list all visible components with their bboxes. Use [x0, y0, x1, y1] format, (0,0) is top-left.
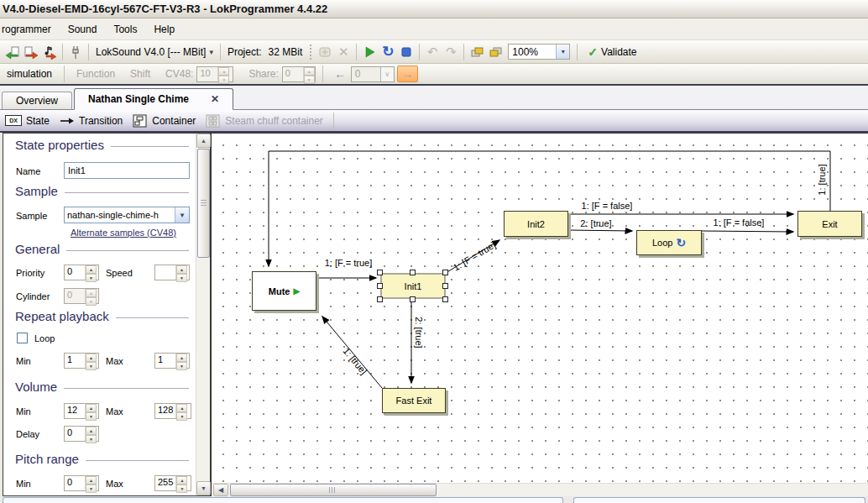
- canvas-horizontal-scrollbar[interactable]: ◀: [212, 483, 868, 496]
- project-size-value: 32 MBit: [265, 46, 306, 58]
- state-node-init1[interactable]: Init1: [380, 273, 446, 299]
- speed-stepper[interactable]: ▲▼: [154, 265, 190, 280]
- scrollbar-thumb[interactable]: [230, 484, 437, 496]
- edge-loop-exit[interactable]: [702, 231, 793, 232]
- repeat-min-stepper[interactable]: 1 ▲▼: [64, 353, 99, 369]
- delay-stepper[interactable]: 0 ▲▼: [64, 426, 99, 442]
- layers-back-icon[interactable]: [486, 43, 505, 61]
- add-container-button[interactable]: Container: [133, 114, 196, 128]
- state-node-fast-exit[interactable]: Fast Exit: [382, 388, 446, 413]
- state-node-loop[interactable]: Loop ↻: [636, 230, 702, 255]
- state-node-mute[interactable]: Mute ▶: [252, 271, 316, 311]
- step-up-icon[interactable]: ▲: [176, 265, 187, 274]
- tab-close-icon[interactable]: ✕: [211, 93, 219, 105]
- zoom-dropdown-icon[interactable]: ▾: [556, 45, 569, 59]
- stepper-arrows[interactable]: ▲▼: [175, 476, 187, 490]
- menu-programmer[interactable]: rogrammer: [0, 20, 60, 39]
- step-up-icon[interactable]: ▲: [176, 476, 187, 485]
- stepper-arrows[interactable]: ▲▼: [175, 354, 187, 368]
- step-up-icon[interactable]: ▲: [86, 354, 97, 362]
- step-up-icon[interactable]: ▲: [86, 404, 97, 412]
- selection-handle[interactable]: [410, 296, 416, 302]
- stepper-arrows[interactable]: ▲▼: [85, 354, 97, 368]
- add-transition-button[interactable]: Transition: [60, 115, 123, 127]
- selection-handle[interactable]: [377, 283, 383, 289]
- selection-handle[interactable]: [442, 283, 448, 289]
- step-up-icon[interactable]: ▲: [86, 265, 97, 274]
- repeat-max-stepper[interactable]: 1 ▲▼: [154, 353, 190, 369]
- selection-handle[interactable]: [377, 270, 383, 275]
- sample-combobox[interactable]: nathan-single-chime-h ▾: [64, 207, 190, 223]
- pitch-min-stepper[interactable]: 0 ▲▼: [64, 475, 99, 491]
- state-node-exit[interactable]: Exit: [797, 211, 862, 237]
- stop-icon[interactable]: [397, 43, 416, 61]
- zoom-combobox[interactable]: 100% ▾: [508, 44, 570, 60]
- layers-front-icon[interactable]: [468, 43, 486, 61]
- loop-playback-icon[interactable]: ↻: [379, 43, 397, 61]
- scroll-down-icon[interactable]: ▼: [196, 481, 211, 495]
- validate-button[interactable]: ✓ Validate: [581, 44, 643, 60]
- edge-exit-mute[interactable]: [269, 151, 830, 266]
- panel-vertical-scrollbar[interactable]: ▲ ▼: [196, 134, 210, 495]
- menu-sound[interactable]: Sound: [60, 20, 106, 39]
- stepper-arrows[interactable]: ▲▼: [85, 427, 97, 441]
- decoder-selector[interactable]: LokSound V4.0 [--- MBit]: [92, 46, 209, 58]
- selection-handle[interactable]: [377, 296, 383, 302]
- loop-checkbox[interactable]: [17, 333, 28, 343]
- tab-overview[interactable]: Overview: [2, 92, 72, 110]
- step-down-icon[interactable]: ▼: [86, 274, 97, 282]
- toolbar-separator: [419, 44, 420, 60]
- pitch-max-value: 255: [155, 476, 175, 490]
- scrollbar-thumb[interactable]: [197, 149, 210, 258]
- sample-dropdown-icon[interactable]: ▾: [175, 207, 189, 223]
- step-up-icon[interactable]: ▲: [176, 354, 187, 362]
- stepper-arrows[interactable]: ▲▼: [85, 476, 97, 490]
- step-down-icon[interactable]: ▼: [86, 412, 97, 421]
- volume-min-stepper[interactable]: 12 ▲▼: [64, 403, 99, 419]
- selection-handle[interactable]: [442, 296, 448, 302]
- edge-init2-loop[interactable]: [568, 230, 632, 231]
- node-label: Init1: [405, 281, 422, 291]
- nav-back-button[interactable]: ←: [330, 65, 351, 82]
- menu-help[interactable]: Help: [145, 20, 183, 39]
- step-down-icon[interactable]: ▼: [176, 485, 187, 493]
- stepper-arrows[interactable]: ▲▼: [175, 404, 187, 418]
- step-up-icon[interactable]: ▲: [176, 404, 187, 412]
- toolbar-separator: [577, 44, 578, 60]
- write-decoder-icon[interactable]: [22, 43, 40, 61]
- scroll-up-icon[interactable]: ▲: [196, 134, 211, 148]
- pitch-max-stepper[interactable]: 255 ▲▼: [154, 475, 191, 491]
- toolbar-separator: [333, 113, 334, 129]
- stepper-arrows[interactable]: ▲▼: [175, 265, 187, 280]
- step-down-icon[interactable]: ▼: [176, 412, 187, 421]
- stepper-arrows[interactable]: ▲▼: [85, 404, 97, 418]
- name-field[interactable]: [64, 162, 190, 179]
- cv48-stepper: 10 ▲▼: [196, 66, 233, 82]
- container-icon: [133, 114, 148, 128]
- tab-nathan-single-chime[interactable]: Nathan Single Chime ✕: [74, 88, 233, 110]
- step-down-icon[interactable]: ▼: [86, 485, 97, 493]
- state-diagram-canvas[interactable]: 1: [F = true] 1: [F = true] 1: [F = fals…: [212, 133, 868, 483]
- stepper-arrows[interactable]: ▲▼: [85, 265, 97, 280]
- read-decoder-icon[interactable]: [3, 43, 22, 61]
- decoder-selector-dropdown-icon[interactable]: ▾: [209, 48, 213, 56]
- priority-stepper[interactable]: 0 ▲▼: [64, 265, 99, 280]
- write-sound-icon[interactable]: [40, 43, 59, 61]
- selection-handle[interactable]: [410, 270, 416, 275]
- play-icon[interactable]: [360, 43, 379, 61]
- state-node-init2[interactable]: Init2: [504, 211, 568, 237]
- step-up-icon[interactable]: ▲: [86, 427, 97, 435]
- volume-max-stepper[interactable]: 128 ▲▼: [154, 403, 191, 419]
- programmer-connect-icon[interactable]: [66, 43, 85, 61]
- nav-forward-button[interactable]: →: [397, 65, 418, 82]
- step-down-icon[interactable]: ▼: [176, 362, 187, 370]
- alternate-samples-link[interactable]: Alternate samples (CV48): [71, 228, 176, 238]
- menu-tools[interactable]: Tools: [105, 20, 145, 39]
- step-up-icon[interactable]: ▲: [86, 476, 97, 485]
- step-down-icon[interactable]: ▼: [86, 435, 97, 443]
- step-down-icon[interactable]: ▼: [176, 274, 187, 282]
- scroll-left-icon[interactable]: ◀: [213, 484, 228, 496]
- add-state-button[interactable]: DX State: [5, 115, 50, 127]
- step-down-icon[interactable]: ▼: [86, 362, 97, 370]
- selection-handle[interactable]: [442, 270, 448, 275]
